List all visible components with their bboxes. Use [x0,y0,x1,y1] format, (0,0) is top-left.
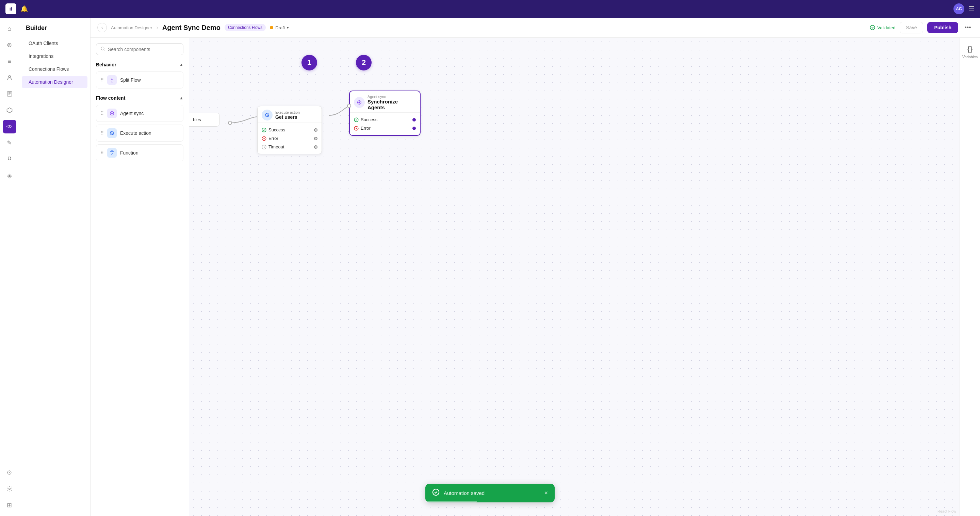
behavior-section-title: Behavior [96,62,116,67]
user-avatar[interactable]: AC [953,3,964,14]
svg-point-0 [8,76,11,78]
sidebar-item-home[interactable]: ⌂ [3,22,16,35]
nav-item-integrations[interactable]: Integrations [22,50,88,62]
save-button[interactable]: Save [900,22,924,33]
sidebar-item-edit[interactable]: ✎ [3,136,16,150]
nav-item-automation-designer[interactable]: Automation Designer [22,76,88,88]
svg-point-6 [8,488,10,490]
draft-status[interactable]: Draft ▾ [270,25,289,30]
output-success: Success [262,126,318,134]
content-area: Behavior ▲ ⠿ Split Flow Flow content ▲ ⠿ [91,38,980,516]
topbar: it 🔔 AC ☰ [0,0,980,18]
breadcrumb: Automation Designer [111,25,152,30]
sidebar-item-search[interactable]: ⊙ [3,466,16,479]
agent-sync-label: Agent sync [120,111,143,116]
execute-action-component[interactable]: ⠿ Execute action [96,124,183,142]
validated-label: Validated [877,25,895,30]
split-flow-label: Split Flow [120,77,141,83]
execute-action-icon [107,128,117,138]
sidebar-item-book[interactable] [3,87,16,101]
variables-panel[interactable]: {} Variables [959,38,980,516]
validated-badge: Validated [870,25,895,30]
app-logo[interactable]: it [5,3,16,14]
sidebar-item-puzzle[interactable] [3,153,16,166]
sidebar-item-settings[interactable] [3,482,16,495]
publish-button[interactable]: Publish [927,22,958,33]
canvas[interactable]: 1 2 bles Execute action Get users [189,38,980,516]
nav-item-oauth[interactable]: OAuth Clients [22,37,88,49]
svg-point-8 [101,47,104,50]
node-partial[interactable]: bles [189,113,220,127]
sidebar-item-list[interactable]: ≡ [3,54,16,68]
search-input[interactable] [108,47,179,52]
flow-content-chevron-icon: ▲ [179,96,183,100]
reactflow-watermark: React Flow [937,509,956,513]
flow-content-section-title: Flow content [96,95,125,101]
node-sync-agents[interactable]: Agent sync Synchronize Agents Success [349,91,421,136]
drag-handle-icon: ⠿ [100,131,104,136]
drag-handle-icon: ⠿ [100,111,104,116]
components-panel: Behavior ▲ ⠿ Split Flow Flow content ▲ ⠿ [91,38,189,516]
draft-dot [270,26,273,29]
page-title: Agent Sync Demo [162,24,221,32]
svg-point-19 [228,121,232,124]
node-get-users-header: Execute action Get users [258,106,321,123]
step-bubble-1: 1 [301,55,317,70]
toast-check-icon [432,489,440,498]
variables-label: Variables [962,55,978,59]
sidebar-item-agent[interactable]: ◈ [3,169,16,182]
agent-sync-icon [107,108,117,118]
sync-agents-header: Agent sync Synchronize Agents [350,91,420,113]
sidebar-icons: ⌂ ⊚ ≡ </> ✎ ◈ ⊙ ⊞ [0,18,19,516]
sync-error-label: Error [361,126,371,131]
error-label: Error [269,136,278,141]
sidebar-item-flow[interactable] [3,104,16,117]
nav-panel: Builder OAuth Clients Integrations Conne… [19,18,91,516]
toast-progress-bar [425,501,477,502]
sync-agents-node-title: Synchronize Agents [368,99,416,110]
agent-sync-component[interactable]: ⠿ Agent sync [96,105,183,122]
nav-item-connections-flows[interactable]: Connections Flows [22,63,88,75]
connections-flows-tag[interactable]: Connections Flows [224,24,266,31]
more-options-button[interactable]: ••• [962,22,973,33]
execute-action-label: Execute action [120,131,151,136]
behavior-section-header[interactable]: Behavior ▲ [96,62,183,67]
drag-handle-icon: ⠿ [100,150,104,156]
output-error: Error [262,134,318,143]
sidebar-item-connections[interactable]: ⊚ [3,38,16,52]
notification-bell-icon[interactable]: 🔔 [21,5,28,13]
main-content: ‹ Automation Designer › Agent Sync Demo … [91,18,980,516]
sync-output-success: Success [354,115,416,124]
split-flow-icon [107,75,117,85]
drag-handle-icon: ⠿ [100,77,104,83]
hamburger-menu-icon[interactable]: ☰ [969,5,975,13]
node-get-users[interactable]: Execute action Get users Success [257,106,322,154]
sync-error-connector[interactable] [412,127,416,130]
get-users-outputs: Success Error Timeou [258,123,321,154]
get-users-node-title: Get users [275,115,300,120]
behavior-chevron-icon: ▲ [179,62,183,67]
toast-close-button[interactable]: × [544,489,548,497]
timeout-label: Timeout [269,144,284,150]
toast-message: Automation saved [444,490,485,496]
toast-notification: Automation saved × [425,484,555,502]
search-box[interactable] [96,43,183,55]
error-connector[interactable] [314,137,318,140]
sync-success-connector[interactable] [412,118,416,121]
success-connector[interactable] [314,128,318,132]
sidebar-item-grid[interactable]: ⊞ [3,498,16,512]
success-label: Success [269,127,285,132]
back-button[interactable]: ‹ [97,23,107,32]
flow-content-section-header[interactable]: Flow content ▲ [96,95,183,101]
sidebar-item-users[interactable] [3,71,16,84]
svg-point-12 [262,128,266,132]
svg-marker-5 [7,108,12,113]
function-component[interactable]: ⠿ Function [96,144,183,161]
nav-panel-title: Builder [19,24,90,37]
timeout-connector[interactable] [314,145,318,149]
node-partial-label: bles [193,117,201,122]
sidebar-item-code[interactable]: </> [3,120,16,134]
get-users-icon [262,110,272,121]
step-bubble-2: 2 [356,55,372,70]
split-flow-component[interactable]: ⠿ Split Flow [96,72,183,89]
